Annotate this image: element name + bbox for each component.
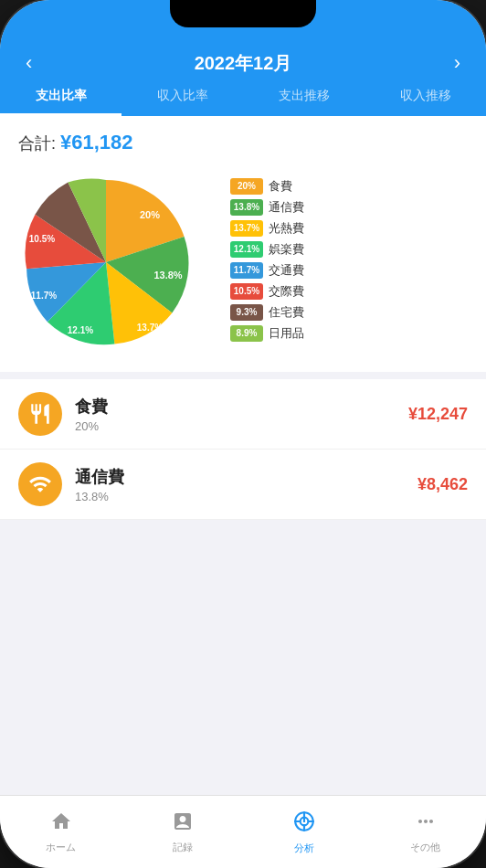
category-list: 食費 20% ¥12,247 通信費 (0, 379, 486, 520)
legend-item: 13.7% 光熱費 (230, 220, 471, 237)
nav-record[interactable]: 記録 (122, 803, 243, 862)
tab-income-trend[interactable]: 収入推移 (364, 88, 486, 116)
category-icon-food (18, 392, 62, 436)
analysis-icon (292, 810, 316, 839)
legend-color-trans: 11.7% (230, 262, 263, 279)
prev-month-button[interactable]: ‹ (18, 48, 39, 79)
svg-text:13.7%: 13.7% (137, 323, 163, 333)
total-section: 合計: ¥61,182 (0, 116, 486, 162)
next-month-button[interactable]: › (447, 48, 468, 79)
legend-label-util: 光熱費 (269, 220, 304, 237)
legend-label-daily: 日用品 (269, 325, 304, 342)
month-title: 2022年12月 (195, 51, 292, 76)
header: ‹ 2022年12月 › (0, 40, 486, 79)
pie-chart-container: 20% 13.8% 13.7% 12.1% 11.7% 10.5% (15, 171, 216, 354)
pie-chart: 20% 13.8% 13.7% 12.1% 11.7% 10.5% (15, 171, 197, 354)
legend-item: 8.9% 日用品 (230, 325, 471, 342)
tab-expense-ratio[interactable]: 支出比率 (0, 88, 122, 116)
svg-text:12.1%: 12.1% (68, 325, 93, 335)
total-label: 合計: (18, 134, 60, 153)
nav-analysis[interactable]: 分析 (243, 802, 364, 863)
category-pct-comm: 13.8% (75, 490, 417, 503)
category-info-food: 食費 20% (75, 396, 408, 433)
svg-text:11.7%: 11.7% (31, 291, 57, 301)
legend-color-social: 10.5% (230, 283, 263, 300)
notch (170, 0, 316, 27)
section-divider (0, 372, 486, 379)
nav-home[interactable]: ホーム (0, 803, 122, 862)
category-icon-comm (18, 462, 62, 506)
chart-section: 20% 13.8% 13.7% 12.1% 11.7% 10.5% 20% 食費 (0, 162, 486, 372)
category-item-comm[interactable]: 通信費 13.8% ¥8,462 (0, 450, 486, 520)
legend-color-comm: 13.8% (230, 199, 263, 216)
tab-income-ratio[interactable]: 収入比率 (122, 88, 243, 116)
nav-record-label: 記録 (173, 841, 193, 854)
home-icon (50, 810, 72, 838)
total-amount: ¥61,182 (60, 131, 133, 153)
legend-item: 9.3% 住宅費 (230, 304, 471, 321)
legend-label-social: 交際費 (269, 283, 304, 300)
legend-item: 13.8% 通信費 (230, 199, 471, 216)
legend-color-daily: 8.9% (230, 325, 263, 342)
category-pct-food: 20% (75, 419, 408, 433)
chart-legend: 20% 食費 13.8% 通信費 13.7% 光熱費 12.1% (230, 178, 471, 346)
legend-item: 11.7% 交通費 (230, 262, 471, 279)
legend-item: 10.5% 交際費 (230, 283, 471, 300)
main-content: 合計: ¥61,182 (0, 116, 486, 868)
legend-color-util: 13.7% (230, 220, 263, 237)
legend-item: 20% 食費 (230, 178, 471, 195)
record-icon (172, 810, 194, 838)
category-name-food: 食費 (75, 396, 408, 418)
nav-other-label: その他 (410, 841, 440, 854)
bottom-navigation: ホーム 記録 (0, 795, 486, 868)
svg-text:13.8%: 13.8% (153, 270, 182, 281)
legend-label-rent: 住宅費 (269, 304, 304, 321)
category-item-food[interactable]: 食費 20% ¥12,247 (0, 379, 486, 450)
legend-color-ent: 12.1% (230, 241, 263, 258)
category-info-comm: 通信費 13.8% (75, 466, 417, 503)
svg-text:10.5%: 10.5% (29, 234, 55, 244)
legend-label-comm: 通信費 (269, 199, 304, 216)
legend-label-food: 食費 (269, 178, 292, 195)
category-name-comm: 通信費 (75, 466, 417, 488)
legend-label-trans: 交通費 (269, 262, 304, 279)
tab-expense-trend[interactable]: 支出推移 (243, 88, 364, 116)
nav-home-label: ホーム (46, 841, 76, 854)
category-amount-food: ¥12,247 (408, 405, 468, 424)
svg-text:20%: 20% (140, 209, 160, 220)
nav-other[interactable]: その他 (364, 803, 486, 862)
tab-bar: 支出比率 収入比率 支出推移 収入推移 (0, 79, 486, 116)
legend-item: 12.1% 娯楽費 (230, 241, 471, 258)
nav-analysis-label: 分析 (294, 842, 314, 855)
legend-color-rent: 9.3% (230, 304, 263, 321)
legend-color-food: 20% (230, 178, 263, 195)
more-icon (415, 810, 437, 838)
category-amount-comm: ¥8,462 (417, 475, 468, 494)
legend-label-ent: 娯楽費 (269, 241, 304, 258)
